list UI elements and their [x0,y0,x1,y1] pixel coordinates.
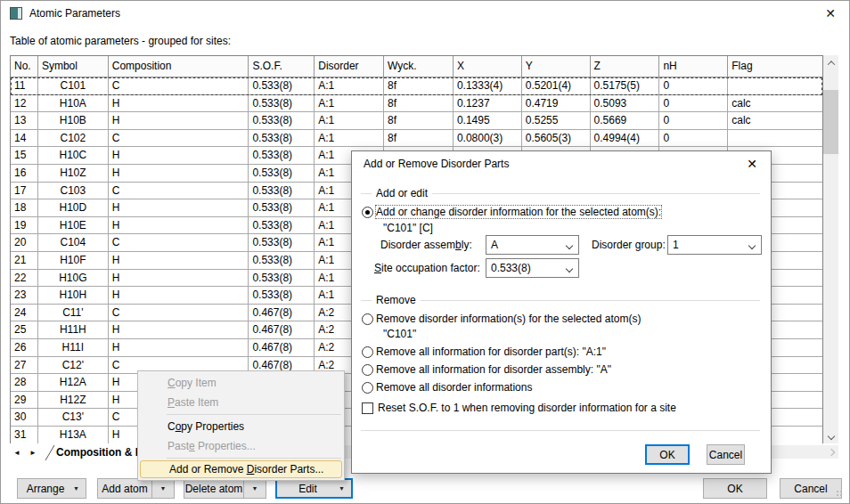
site-occupation-value: 0.533(8) [486,262,567,274]
table-cell: H12A [38,374,109,391]
column-header-nh[interactable]: nH [659,56,728,77]
table-cell: A:1 [315,130,384,147]
table-cell: 0.533(8) [249,270,315,287]
site-occupation-combobox[interactable]: 0.533(8) [486,258,579,278]
table-cell: 22 [11,270,38,287]
disorder-assembly-combobox[interactable]: A [486,235,579,255]
remove-group-label: Remove [376,294,416,306]
add-atom-button-label: Add atom [98,483,151,495]
radio-add-disorder-label[interactable]: Add or change disorder information for t… [376,206,661,218]
tab-scroll-left-button[interactable]: ◄ [10,447,24,459]
table-cell: 8f [384,95,454,112]
table-cell: H [109,165,249,182]
vertical-scrollbar[interactable] [823,55,838,443]
column-header-sof[interactable]: S.O.F. [249,56,315,77]
table-cell: 0.5093 [591,95,660,112]
dialog-close-icon[interactable]: ✕ [739,151,765,176]
app-icon [10,7,22,20]
main-ok-button[interactable]: OK [703,478,767,499]
column-header-y[interactable]: Y [522,56,591,77]
radio-add-disorder[interactable] [362,207,373,218]
reset-sof-checkbox[interactable] [362,402,373,414]
table-cell: A:1 [315,112,384,129]
add-atom-dropdown-arrow[interactable]: ▼ [152,485,174,492]
dialog-ok-button[interactable]: OK [645,444,690,465]
table-cell: H [109,339,249,356]
table-cell: 17 [11,183,38,199]
table-row[interactable]: 13H10BH0.533(8)A:18f0.14950.52550.56690c… [11,112,822,130]
dialog-ok-button-label: OK [647,449,688,461]
scroll-right-button[interactable] [823,445,838,459]
radio-remove-all-disorder[interactable] [362,382,373,394]
table-cell: 0.533(8) [249,130,315,147]
radio-remove-disorder-part[interactable] [362,346,373,358]
table-cell: 0.533(8) [249,95,315,112]
radio-remove-selected-atoms[interactable] [362,313,373,325]
delete-atom-button[interactable]: Delete atom ▼ [184,478,266,499]
table-cell: 13 [11,112,38,129]
disorder-group-value: 1 [668,239,749,251]
context-menu-item[interactable]: Paste Properties... [139,436,343,456]
context-menu-item[interactable]: Copy Item [139,373,343,393]
table-cell: 21 [11,252,38,269]
table-cell: 18 [11,199,38,216]
close-icon[interactable]: ✕ [815,1,846,26]
table-cell: 0.533(8) [249,287,315,304]
main-cancel-button[interactable]: Cancel [780,478,842,499]
add-or-edit-group-header: Add or edit [361,187,760,199]
table-row[interactable]: 14C102C0.533(8)A:18f0.0800(3)0.5605(3)0.… [11,130,822,148]
table-cell: C12' [38,357,109,374]
table-cell: C [109,130,249,147]
table-cell: 0.533(8) [249,217,315,234]
table-cell: H [109,199,249,216]
radio-remove-disorder-assembly[interactable] [362,364,373,376]
atomic-parameters-window: Atomic Parameters ✕ Table of atomic para… [0,0,850,504]
context-menu-item[interactable]: Copy Properties [139,417,343,436]
delete-atom-dropdown-arrow[interactable]: ▼ [244,485,266,492]
table-cell: C101 [38,77,109,94]
radio-remove-selected-atoms-label[interactable]: Remove disorder information(s) for the s… [376,313,641,325]
table-row[interactable]: 12H10AH0.533(8)A:18f0.12370.47190.50930c… [11,95,822,113]
column-header-x[interactable]: X [454,56,522,77]
table-cell: H13A [38,427,109,444]
reset-sof-checkbox-label[interactable]: Reset S.O.F. to 1 when removing disorder… [378,402,676,414]
disorder-group-label: Disorder group: [592,239,666,251]
table-cell: calc [728,112,822,129]
column-header-composition[interactable]: Composition [109,56,249,77]
column-header-symbol[interactable]: Symbol [38,56,109,77]
context-menu-item[interactable]: Paste Item [139,393,343,412]
scroll-up-button[interactable] [823,55,838,70]
tab-composition[interactable]: Composition & F [56,446,142,459]
table-cell: 0.0800(3) [454,130,522,147]
resize-grip-icon[interactable] [837,491,838,492]
chevron-up-icon [827,61,834,68]
add-atom-button[interactable]: Add atom ▼ [97,478,175,499]
edit-button[interactable]: Edit ▼ [275,478,353,499]
column-header-z[interactable]: Z [591,56,660,77]
scrollbar-thumb[interactable] [823,90,838,154]
table-cell: H [109,112,249,129]
table-cell: 0.533(8) [249,112,315,129]
table-cell [728,130,822,147]
scroll-down-button[interactable] [823,428,838,443]
context-menu-item[interactable]: Add or Remove Disorder Parts... [140,460,342,478]
column-header-disorder[interactable]: Disorder [315,56,384,77]
radio-remove-all-disorder-label[interactable]: Remove all disorder informations [376,381,532,394]
group-line [361,300,372,301]
edit-button-label: Edit [277,483,339,495]
dialog-cancel-button[interactable]: Cancel [707,444,745,465]
tab-scroll-right-button[interactable]: ► [26,447,40,459]
table-cell: 0.467(8) [249,305,315,321]
column-header-flag[interactable]: Flag [728,56,822,77]
table-cell: 26 [11,339,38,356]
table-cell: 0.5201(4) [522,77,591,94]
table-row[interactable]: 11C101C0.533(8)A:18f0.1333(4)0.5201(4)0.… [11,77,822,95]
column-header-no[interactable]: No. [11,56,38,77]
radio-remove-disorder-part-label[interactable]: Remove all information for disorder part… [376,345,606,358]
column-header-wyck[interactable]: Wyck. [384,56,454,77]
arrange-button[interactable]: Arrange ▼ [17,478,86,499]
radio-remove-disorder-assembly-label[interactable]: Remove all information for disorder asse… [376,363,611,376]
table-cell: H10A [38,95,109,112]
table-cell: 20 [11,234,38,251]
disorder-group-combobox[interactable]: 1 [667,235,762,255]
